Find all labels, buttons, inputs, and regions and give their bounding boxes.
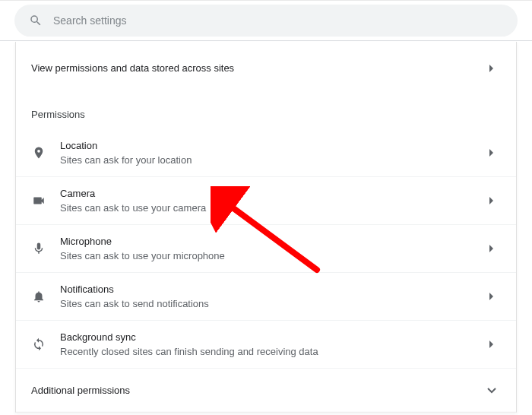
search-pill[interactable] [15,5,517,36]
permission-camera[interactable]: Camera Sites can ask to use your camera [16,176,516,224]
chevron-right-icon [483,197,501,204]
permissions-list: Location Sites can ask for your location… [16,128,516,368]
permission-background-sync[interactable]: Background sync Recently closed sites ca… [16,320,516,368]
sync-icon [27,337,51,351]
chevron-right-icon [483,341,501,348]
camera-icon [27,194,51,208]
permission-title: Camera [60,188,483,199]
permission-title: Location [60,140,483,151]
permission-notifications[interactable]: Notifications Sites can ask to send noti… [16,272,516,320]
permission-sub: Sites can ask to send notifications [60,298,483,309]
search-bar [0,0,532,41]
permission-microphone[interactable]: Microphone Sites can ask to use your mic… [16,224,516,272]
permission-title: Background sync [60,331,483,343]
permission-sub: Sites can ask to use your microphone [60,250,483,261]
chevron-right-icon [483,65,501,72]
permission-title: Microphone [60,236,483,247]
microphone-icon [27,242,51,255]
permission-sub: Sites can ask to use your camera [60,202,483,214]
permission-title: Notifications [60,284,483,295]
location-icon [27,146,51,160]
search-icon [29,14,43,27]
chevron-right-icon [483,245,501,252]
site-settings-card: View permissions and data stored across … [15,42,517,413]
view-all-sites-label: View permissions and data stored across … [31,62,483,74]
permission-location[interactable]: Location Sites can ask for your location [16,128,516,176]
additional-permissions-row[interactable]: Additional permissions [16,368,516,412]
view-all-sites-row[interactable]: View permissions and data stored across … [16,42,516,95]
additional-permissions-label: Additional permissions [31,385,483,396]
chevron-right-icon [483,149,501,157]
permission-sub: Recently closed sites can finish sending… [60,346,483,357]
bell-icon [27,290,51,303]
chevron-right-icon [483,293,501,300]
permissions-header: Permissions [16,95,516,128]
search-input[interactable] [53,14,503,27]
chevron-down-icon [483,388,501,394]
permission-sub: Sites can ask for your location [60,154,483,166]
